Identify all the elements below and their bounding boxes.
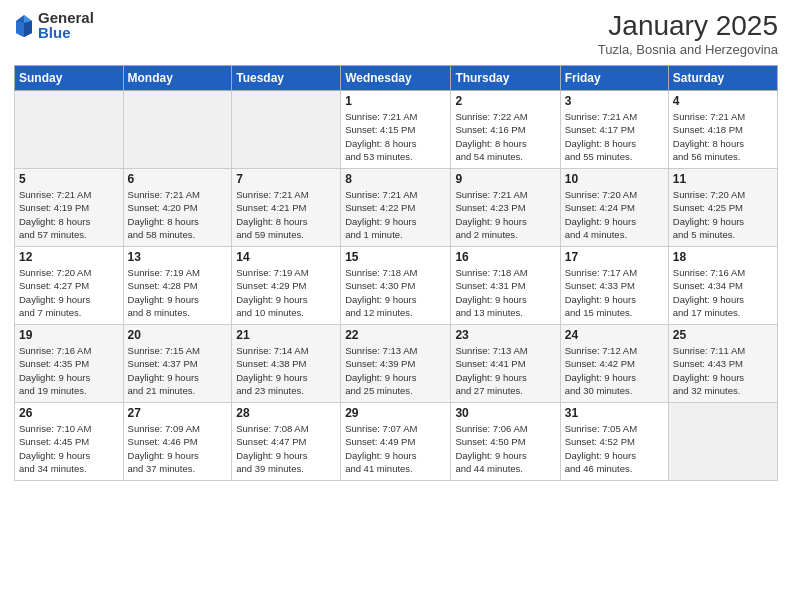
table-row: 8Sunrise: 7:21 AM Sunset: 4:22 PM Daylig… (341, 169, 451, 247)
day-info: Sunrise: 7:19 AM Sunset: 4:29 PM Dayligh… (236, 266, 336, 319)
table-row: 29Sunrise: 7:07 AM Sunset: 4:49 PM Dayli… (341, 403, 451, 481)
table-row: 2Sunrise: 7:22 AM Sunset: 4:16 PM Daylig… (451, 91, 560, 169)
table-row: 26Sunrise: 7:10 AM Sunset: 4:45 PM Dayli… (15, 403, 124, 481)
day-info: Sunrise: 7:06 AM Sunset: 4:50 PM Dayligh… (455, 422, 555, 475)
table-row: 16Sunrise: 7:18 AM Sunset: 4:31 PM Dayli… (451, 247, 560, 325)
table-row: 1Sunrise: 7:21 AM Sunset: 4:15 PM Daylig… (341, 91, 451, 169)
day-info: Sunrise: 7:21 AM Sunset: 4:22 PM Dayligh… (345, 188, 446, 241)
table-row: 23Sunrise: 7:13 AM Sunset: 4:41 PM Dayli… (451, 325, 560, 403)
month-title: January 2025 (598, 10, 778, 42)
calendar-row: 5Sunrise: 7:21 AM Sunset: 4:19 PM Daylig… (15, 169, 778, 247)
table-row: 14Sunrise: 7:19 AM Sunset: 4:29 PM Dayli… (232, 247, 341, 325)
day-number: 3 (565, 94, 664, 108)
table-row: 4Sunrise: 7:21 AM Sunset: 4:18 PM Daylig… (668, 91, 777, 169)
table-row: 6Sunrise: 7:21 AM Sunset: 4:20 PM Daylig… (123, 169, 232, 247)
table-row (668, 403, 777, 481)
col-monday: Monday (123, 66, 232, 91)
day-number: 8 (345, 172, 446, 186)
calendar-row: 1Sunrise: 7:21 AM Sunset: 4:15 PM Daylig… (15, 91, 778, 169)
day-number: 11 (673, 172, 773, 186)
table-row: 5Sunrise: 7:21 AM Sunset: 4:19 PM Daylig… (15, 169, 124, 247)
day-info: Sunrise: 7:21 AM Sunset: 4:17 PM Dayligh… (565, 110, 664, 163)
table-row: 19Sunrise: 7:16 AM Sunset: 4:35 PM Dayli… (15, 325, 124, 403)
day-info: Sunrise: 7:14 AM Sunset: 4:38 PM Dayligh… (236, 344, 336, 397)
calendar-row: 12Sunrise: 7:20 AM Sunset: 4:27 PM Dayli… (15, 247, 778, 325)
day-number: 18 (673, 250, 773, 264)
day-info: Sunrise: 7:21 AM Sunset: 4:18 PM Dayligh… (673, 110, 773, 163)
logo: General Blue (14, 10, 94, 40)
day-info: Sunrise: 7:13 AM Sunset: 4:39 PM Dayligh… (345, 344, 446, 397)
day-number: 29 (345, 406, 446, 420)
col-wednesday: Wednesday (341, 66, 451, 91)
table-row: 27Sunrise: 7:09 AM Sunset: 4:46 PM Dayli… (123, 403, 232, 481)
day-info: Sunrise: 7:07 AM Sunset: 4:49 PM Dayligh… (345, 422, 446, 475)
day-number: 14 (236, 250, 336, 264)
day-number: 4 (673, 94, 773, 108)
header-row: Sunday Monday Tuesday Wednesday Thursday… (15, 66, 778, 91)
day-number: 7 (236, 172, 336, 186)
day-number: 1 (345, 94, 446, 108)
table-row: 21Sunrise: 7:14 AM Sunset: 4:38 PM Dayli… (232, 325, 341, 403)
day-info: Sunrise: 7:20 AM Sunset: 4:24 PM Dayligh… (565, 188, 664, 241)
day-number: 2 (455, 94, 555, 108)
table-row: 7Sunrise: 7:21 AM Sunset: 4:21 PM Daylig… (232, 169, 341, 247)
day-number: 24 (565, 328, 664, 342)
day-info: Sunrise: 7:21 AM Sunset: 4:21 PM Dayligh… (236, 188, 336, 241)
day-info: Sunrise: 7:10 AM Sunset: 4:45 PM Dayligh… (19, 422, 119, 475)
table-row: 30Sunrise: 7:06 AM Sunset: 4:50 PM Dayli… (451, 403, 560, 481)
calendar-container: General Blue January 2025 Tuzla, Bosnia … (0, 0, 792, 612)
day-info: Sunrise: 7:15 AM Sunset: 4:37 PM Dayligh… (128, 344, 228, 397)
day-info: Sunrise: 7:18 AM Sunset: 4:30 PM Dayligh… (345, 266, 446, 319)
day-info: Sunrise: 7:21 AM Sunset: 4:23 PM Dayligh… (455, 188, 555, 241)
table-row: 22Sunrise: 7:13 AM Sunset: 4:39 PM Dayli… (341, 325, 451, 403)
day-info: Sunrise: 7:05 AM Sunset: 4:52 PM Dayligh… (565, 422, 664, 475)
header: General Blue January 2025 Tuzla, Bosnia … (14, 10, 778, 57)
table-row: 9Sunrise: 7:21 AM Sunset: 4:23 PM Daylig… (451, 169, 560, 247)
day-number: 22 (345, 328, 446, 342)
day-info: Sunrise: 7:21 AM Sunset: 4:15 PM Dayligh… (345, 110, 446, 163)
col-tuesday: Tuesday (232, 66, 341, 91)
table-row: 12Sunrise: 7:20 AM Sunset: 4:27 PM Dayli… (15, 247, 124, 325)
table-row: 25Sunrise: 7:11 AM Sunset: 4:43 PM Dayli… (668, 325, 777, 403)
table-row: 18Sunrise: 7:16 AM Sunset: 4:34 PM Dayli… (668, 247, 777, 325)
logo-text: General Blue (38, 10, 94, 40)
day-info: Sunrise: 7:17 AM Sunset: 4:33 PM Dayligh… (565, 266, 664, 319)
day-number: 25 (673, 328, 773, 342)
day-info: Sunrise: 7:20 AM Sunset: 4:25 PM Dayligh… (673, 188, 773, 241)
col-saturday: Saturday (668, 66, 777, 91)
day-info: Sunrise: 7:18 AM Sunset: 4:31 PM Dayligh… (455, 266, 555, 319)
logo-blue: Blue (38, 25, 94, 40)
day-number: 17 (565, 250, 664, 264)
table-row: 13Sunrise: 7:19 AM Sunset: 4:28 PM Dayli… (123, 247, 232, 325)
day-number: 5 (19, 172, 119, 186)
logo-general: General (38, 10, 94, 25)
col-friday: Friday (560, 66, 668, 91)
day-info: Sunrise: 7:20 AM Sunset: 4:27 PM Dayligh… (19, 266, 119, 319)
day-number: 6 (128, 172, 228, 186)
table-row: 17Sunrise: 7:17 AM Sunset: 4:33 PM Dayli… (560, 247, 668, 325)
day-number: 27 (128, 406, 228, 420)
svg-marker-3 (16, 21, 24, 37)
day-info: Sunrise: 7:22 AM Sunset: 4:16 PM Dayligh… (455, 110, 555, 163)
table-row: 31Sunrise: 7:05 AM Sunset: 4:52 PM Dayli… (560, 403, 668, 481)
calendar-table: Sunday Monday Tuesday Wednesday Thursday… (14, 65, 778, 481)
day-info: Sunrise: 7:21 AM Sunset: 4:20 PM Dayligh… (128, 188, 228, 241)
day-info: Sunrise: 7:12 AM Sunset: 4:42 PM Dayligh… (565, 344, 664, 397)
table-row: 28Sunrise: 7:08 AM Sunset: 4:47 PM Dayli… (232, 403, 341, 481)
day-info: Sunrise: 7:13 AM Sunset: 4:41 PM Dayligh… (455, 344, 555, 397)
day-number: 13 (128, 250, 228, 264)
day-number: 26 (19, 406, 119, 420)
table-row: 24Sunrise: 7:12 AM Sunset: 4:42 PM Dayli… (560, 325, 668, 403)
day-info: Sunrise: 7:16 AM Sunset: 4:35 PM Dayligh… (19, 344, 119, 397)
day-number: 10 (565, 172, 664, 186)
col-sunday: Sunday (15, 66, 124, 91)
day-number: 19 (19, 328, 119, 342)
table-row (123, 91, 232, 169)
table-row: 3Sunrise: 7:21 AM Sunset: 4:17 PM Daylig… (560, 91, 668, 169)
day-info: Sunrise: 7:11 AM Sunset: 4:43 PM Dayligh… (673, 344, 773, 397)
svg-marker-2 (24, 21, 32, 37)
day-number: 12 (19, 250, 119, 264)
day-info: Sunrise: 7:09 AM Sunset: 4:46 PM Dayligh… (128, 422, 228, 475)
table-row (15, 91, 124, 169)
title-block: January 2025 Tuzla, Bosnia and Herzegovi… (598, 10, 778, 57)
